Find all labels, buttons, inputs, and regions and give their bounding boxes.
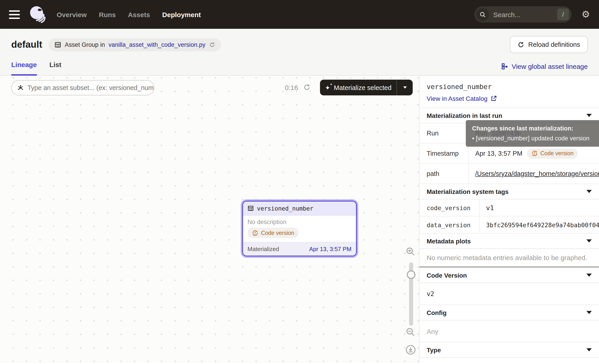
section-code-version[interactable]: Code Version	[419, 268, 599, 283]
asset-subset-placeholder: Type an asset subset... (ex: versioned_n…	[27, 84, 154, 91]
materialize-selected-label: Materialize selected	[334, 84, 392, 91]
asset-group-label: Asset Group in	[65, 41, 105, 48]
sparkles-icon: ✦✦	[325, 84, 330, 91]
asset-group-breadcrumb: Asset Group in vanilla_asset_with_code_v…	[49, 38, 221, 51]
asset-node-description: No description	[247, 219, 352, 225]
zoom-in-icon[interactable]	[405, 247, 415, 256]
collapse-caret-icon[interactable]	[586, 274, 592, 277]
panel-asset-name: versioned_number	[427, 83, 592, 91]
section-metadata-plots[interactable]: Metadata plots	[419, 234, 599, 249]
view-in-asset-catalog-link[interactable]: View in Asset Catalog	[427, 95, 592, 102]
kv-row-path: path /Users/sryza/dagster_home/storage/v…	[419, 164, 599, 184]
top-nav: Overview Runs Assets Deployment Search..…	[0, 0, 599, 29]
section-title: Config	[427, 309, 447, 316]
download-graph-icon[interactable]	[405, 345, 416, 355]
code-version-badge: Code version	[247, 228, 299, 238]
code-version-definition-value: v2	[419, 283, 599, 305]
external-link-icon	[491, 95, 497, 102]
nav-item-assets[interactable]: Assets	[128, 11, 150, 18]
config-value: Any	[419, 320, 599, 342]
code-version-value: v1	[480, 199, 599, 216]
asset-node-name: versioned_number	[257, 205, 313, 212]
asset-node-header: versioned_number	[243, 202, 356, 216]
page-header: default Asset Group in vanilla_asset_wit…	[0, 29, 599, 55]
section-title: Type	[427, 346, 441, 353]
nav-item-overview[interactable]: Overview	[57, 11, 87, 18]
dagster-logo-icon[interactable]	[28, 5, 47, 24]
timestamp-value: Apr 13, 3:57 PM	[475, 150, 522, 157]
tooltip-change-item: • [versioned_number] updated code versio…	[472, 133, 599, 143]
system-tags-table: code_version v1 data_version 3bfc269594e…	[419, 199, 599, 234]
changes-since-materialization-tooltip: Changes since last materialization: • [v…	[466, 120, 599, 147]
kv-row-code-version: code_version v1	[419, 199, 599, 217]
code-version-badge-label: Code version	[261, 230, 294, 236]
reload-definitions-button[interactable]: Reload definitions	[510, 36, 588, 53]
kv-key: Timestamp	[419, 144, 469, 163]
panel-header: versioned_number View in Asset Catalog	[419, 76, 599, 108]
view-global-asset-lineage-label: View global asset lineage	[512, 62, 588, 70]
code-version-badge: Code version	[527, 148, 578, 159]
refresh-timer: 0:16	[285, 84, 298, 91]
zoom-out-icon[interactable]	[405, 327, 415, 337]
collapse-caret-icon[interactable]	[586, 311, 592, 314]
nav-item-runs[interactable]: Runs	[99, 11, 116, 18]
search-input[interactable]: Search... /	[474, 6, 572, 23]
collapse-caret-icon[interactable]	[586, 239, 592, 243]
kv-row-data-version: data_version 3bfc269594ef649228e9a74bab0…	[419, 217, 599, 234]
nav-links: Overview Runs Assets Deployment	[57, 11, 201, 18]
collapse-caret-icon[interactable]	[586, 114, 592, 117]
reload-definitions-label: Reload definitions	[528, 41, 580, 48]
asset-node-body: No description	[243, 216, 356, 242]
lineage-graph-icon	[501, 63, 508, 70]
collapse-caret-icon[interactable]	[586, 348, 592, 351]
materialized-status-label: Materialized	[247, 246, 279, 252]
view-global-asset-lineage-link[interactable]: View global asset lineage	[501, 62, 588, 75]
search-icon	[476, 8, 489, 21]
reload-icon	[517, 41, 524, 48]
op-selector-icon	[17, 84, 24, 91]
section-config[interactable]: Config	[419, 305, 599, 320]
kv-key: code_version	[419, 199, 480, 216]
page-title: default	[11, 39, 42, 50]
section-type[interactable]: Type	[419, 342, 599, 358]
section-title: Metadata plots	[427, 237, 471, 244]
asset-group-grid-icon	[54, 41, 61, 48]
kv-key: data_version	[419, 217, 480, 233]
storage-path-link[interactable]: /Users/sryza/dagster_home/storage/versio…	[475, 170, 599, 177]
asset-subset-input[interactable]: Type an asset subset... (ex: versioned_n…	[11, 80, 154, 95]
code-version-badge-label: Code version	[540, 150, 573, 156]
table-grid-icon	[247, 205, 254, 211]
view-in-asset-catalog-label: View in Asset Catalog	[427, 95, 487, 102]
settings-gear-icon[interactable]: ⚙	[581, 10, 590, 19]
zoom-slider-handle[interactable]	[407, 270, 415, 279]
search-placeholder: Search...	[493, 11, 553, 18]
asset-details-panel: versioned_number View in Asset Catalog M…	[419, 76, 599, 363]
dagster-app: Overview Runs Assets Deployment Search..…	[0, 0, 599, 364]
asset-node-versioned-number[interactable]: versioned_number No description	[242, 201, 357, 256]
code-version-changed-icon	[252, 230, 258, 236]
kv-key: path	[419, 164, 469, 183]
materialized-timestamp-link[interactable]: Apr 13, 3:57 PM	[309, 246, 352, 252]
code-version-changed-icon	[531, 150, 538, 156]
section-title: Code Version	[427, 271, 467, 279]
content: Type an asset subset... (ex: versioned_n…	[0, 76, 599, 363]
data-version-value: 3bfc269594ef649228e9a74bab00f04	[480, 217, 599, 233]
tab-row: Lineage List View global asset lineage	[0, 55, 599, 76]
lineage-graph-canvas[interactable]: Type an asset subset... (ex: versioned_n…	[0, 76, 419, 363]
nav-item-deployment[interactable]: Deployment	[162, 11, 201, 18]
refresh-definitions-icon[interactable]	[209, 42, 215, 47]
refresh-now-icon[interactable]	[303, 84, 310, 91]
tab-lineage[interactable]: Lineage	[11, 61, 37, 76]
materialize-selected-button[interactable]: ✦✦ Materialize selected	[320, 80, 413, 95]
search-shortcut-key: /	[557, 9, 569, 20]
asset-group-file-link[interactable]: vanilla_asset_with_code_version.py	[108, 41, 205, 48]
tab-list[interactable]: List	[49, 61, 61, 76]
zoom-controls	[404, 76, 418, 363]
tooltip-title: Changes since last materialization:	[472, 124, 599, 133]
section-title: Materialization system tags	[427, 188, 509, 195]
hamburger-menu-icon[interactable]	[9, 10, 20, 19]
metadata-plots-empty-message: No numeric metadata entries available to…	[419, 249, 599, 266]
section-materialization-system-tags[interactable]: Materialization system tags	[419, 184, 599, 199]
asset-node-footer: Materialized Apr 13, 3:57 PM	[243, 242, 356, 256]
collapse-caret-icon[interactable]	[586, 190, 592, 193]
